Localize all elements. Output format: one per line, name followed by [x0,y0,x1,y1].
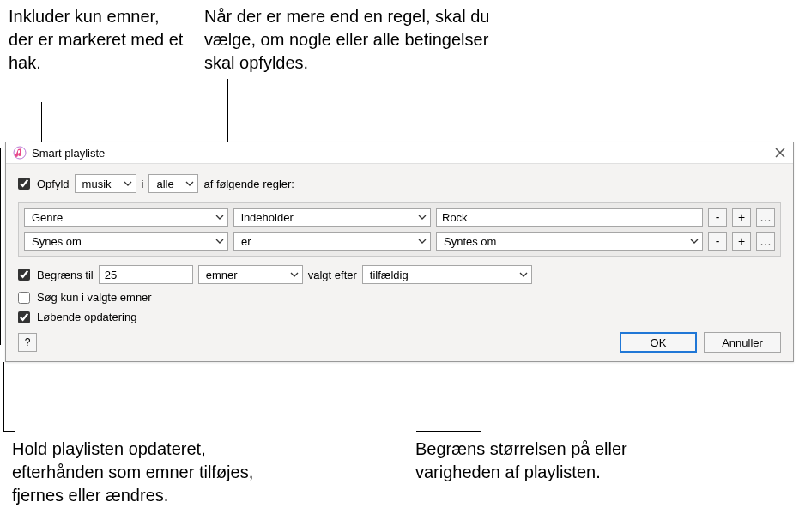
chevron-down-icon [124,179,132,188]
cancel-button[interactable]: Annuller [704,332,781,353]
live-update-label: Løbende opdatering [37,311,136,323]
only-checked-checkbox[interactable] [18,292,30,304]
rule-row: Genre indeholder - + … [24,208,775,227]
limit-selected-by-label: valgt efter [308,269,357,281]
match-suffix: af følgende regler: [203,178,294,190]
chevron-down-icon [418,213,427,221]
remove-rule-button[interactable]: - [708,232,727,251]
limit-order-select[interactable]: tilfældig [362,265,532,284]
rule-field-value: Synes om [32,235,82,248]
only-checked-row: Søg kun i valgte emner [18,291,781,304]
media-type-value: musik [82,178,112,190]
chevron-down-icon [418,237,427,245]
dialog-content: Opfyld musik i alle af følgende regler: … [6,164,793,361]
window-title: Smart playliste [32,147,774,160]
limit-unit-select[interactable]: emner [198,265,303,284]
limit-checkbox[interactable] [18,269,30,281]
rule-field-select[interactable]: Synes om [24,232,228,251]
rule-more-button[interactable]: … [756,208,775,227]
chevron-down-icon [290,270,299,279]
match-connector: i [142,178,144,190]
callout-line [0,148,1,345]
media-type-select[interactable]: musik [75,174,136,193]
smart-playlist-dialog: Smart playliste Opfyld musik i alle af f… [5,142,794,362]
limit-row: Begræns til emner valgt efter tilfældig [18,265,781,284]
limit-unit-value: emner [206,269,238,281]
rule-row: Synes om er Syntes om - + … [24,232,775,251]
rule-operator-value: indeholder [241,211,294,224]
chevron-down-icon [519,270,528,279]
match-row: Opfyld musik i alle af følgende regler: [18,174,781,193]
add-rule-button[interactable]: + [732,232,751,251]
rule-value-input[interactable] [436,208,703,227]
rule-field-select[interactable]: Genre [24,208,228,227]
chevron-down-icon [215,237,224,245]
only-checked-label: Søg kun i valgte emner [37,291,152,304]
limit-order-value: tilfældig [370,269,409,281]
callout-bottom-right: Begræns størrelsen på eller varigheden a… [415,438,639,484]
live-update-row: Løbende opdatering [18,311,781,323]
dialog-footer: ? OK Annuller [18,332,781,353]
callout-top-right: Når der er mere end en regel, skal du væ… [204,5,513,75]
match-checkbox[interactable] [18,178,30,190]
ok-button[interactable]: OK [620,332,697,353]
rule-value-selected: Syntes om [444,235,496,248]
callout-line [3,362,4,431]
chevron-down-icon [185,179,194,188]
callout-top-left: Inkluder kun emner, der er markeret med … [9,5,189,75]
limit-label: Begræns til [37,269,94,281]
help-button[interactable]: ? [18,333,37,352]
chevron-down-icon [215,213,224,221]
rule-operator-select[interactable]: indeholder [233,208,431,227]
rule-operator-select[interactable]: er [233,232,431,251]
chevron-down-icon [690,237,699,245]
match-label: Opfyld [37,178,70,190]
callout-line [416,431,481,432]
rule-value-select[interactable]: Syntes om [436,232,703,251]
callout-line [3,431,15,432]
app-icon [13,146,27,160]
match-mode-select[interactable]: alle [148,174,198,193]
callout-bottom-left: Hold playlisten opdateret, efterhånden s… [12,438,278,507]
live-update-checkbox[interactable] [18,311,30,323]
match-mode-value: alle [156,178,173,190]
remove-rule-button[interactable]: - [708,208,727,227]
titlebar: Smart playliste [6,142,793,164]
add-rule-button[interactable]: + [732,208,751,227]
rules-container: Genre indeholder - + … Synes om [18,202,781,257]
close-icon[interactable] [774,147,786,159]
rule-operator-value: er [241,235,251,248]
rule-more-button[interactable]: … [756,232,775,251]
limit-amount-input[interactable] [99,265,193,284]
rule-field-value: Genre [32,211,63,224]
